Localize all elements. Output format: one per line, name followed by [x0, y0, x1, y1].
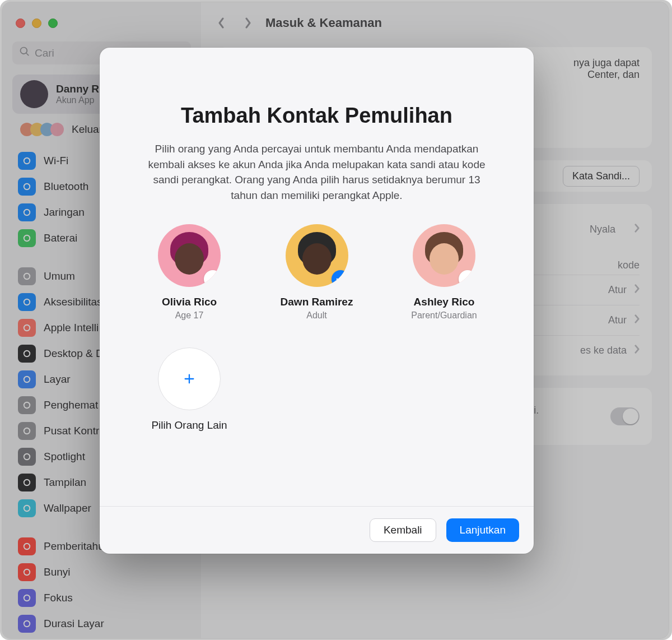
- plus-circle: [158, 347, 221, 410]
- unselected-badge: [204, 270, 221, 287]
- contact-dawn-ramirez[interactable]: Dawn RamirezAdult: [267, 224, 367, 321]
- add-other-label: Pilih Orang Lain: [151, 419, 227, 432]
- contact-sub: Age 17: [175, 310, 204, 321]
- contact-name: Ashley Rico: [414, 296, 475, 308]
- recovery-contact-modal: Tambah Kontak Pemulihan Pilih orang yang…: [100, 48, 534, 554]
- add-other-person[interactable]: Pilih Orang Lain: [139, 347, 240, 432]
- contact-avatar: [286, 224, 348, 287]
- modal-description: Pilih orang yang Anda percayai untuk mem…: [146, 141, 488, 203]
- contact-ashley-rico[interactable]: Ashley RicoParent/Guardian: [394, 224, 494, 321]
- contact-avatar: [413, 224, 475, 287]
- selected-check-icon: [332, 270, 348, 287]
- contact-sub: Parent/Guardian: [411, 310, 477, 321]
- continue-button[interactable]: Lanjutkan: [446, 518, 519, 542]
- contact-avatar: [158, 224, 221, 287]
- unselected-badge: [459, 270, 475, 287]
- contact-sub: Adult: [306, 310, 326, 321]
- contact-name: Olivia Rico: [162, 296, 217, 308]
- modal-title: Tambah Kontak Pemulihan: [133, 104, 500, 128]
- contact-name: Dawn Ramirez: [281, 296, 353, 308]
- modal-footer: Kembali Lanjutkan: [100, 507, 534, 554]
- contact-olivia-rico[interactable]: Olivia RicoAge 17: [139, 224, 240, 321]
- back-button[interactable]: Kembali: [370, 518, 436, 542]
